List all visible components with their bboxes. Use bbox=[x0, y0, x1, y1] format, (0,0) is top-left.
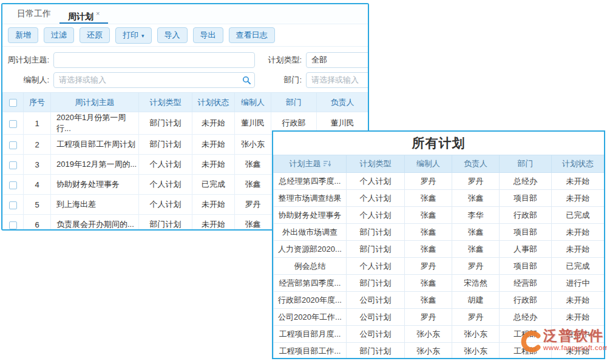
search-icon[interactable] bbox=[242, 76, 251, 84]
cell-owner: 张鑫 bbox=[452, 241, 500, 258]
cell-compiler: 张鑫 bbox=[405, 241, 452, 258]
cell-owner: 罗丹 bbox=[452, 309, 500, 326]
tab-weekly-plan[interactable]: 周计划× bbox=[59, 4, 108, 24]
cell-subject: 工程项目部月度... bbox=[274, 326, 347, 343]
cell-compiler: 张鑫 bbox=[405, 190, 452, 207]
cell-compiler[interactable]: 董川民 bbox=[235, 112, 271, 135]
cell-type: 部门计划 bbox=[139, 215, 192, 231]
cell-status: 未开始 bbox=[552, 343, 605, 360]
cell-status: 未开始 bbox=[552, 190, 605, 207]
cell-owner: 胡建 bbox=[452, 292, 500, 309]
panel-title: 所有计划 bbox=[273, 132, 604, 155]
row-checkbox[interactable] bbox=[9, 181, 17, 189]
col-header-subject[interactable]: 计划主题 bbox=[274, 155, 347, 173]
table-row[interactable]: 工程项目部月度...公司计划张小东张小东工程部进行中 bbox=[274, 326, 605, 343]
table-row[interactable]: 工程项目部工作...部门计划张小东张小东工程部未开始 bbox=[274, 343, 605, 360]
cell-type: 个人计划 bbox=[347, 173, 405, 190]
toolbar-button-label: 导出 bbox=[200, 30, 216, 39]
table-row[interactable]: 协助财务处理事务个人计划张鑫李华行政部已完成 bbox=[274, 207, 605, 224]
cell-subject[interactable]: 协助财务处理事务 bbox=[51, 175, 139, 195]
table-row[interactable]: 整理市场调查结果个人计划张鑫张鑫项目部未开始 bbox=[274, 190, 605, 207]
toolbar-button[interactable]: 导入 bbox=[157, 27, 188, 43]
cell-subject: 工程项目部工作... bbox=[274, 343, 347, 360]
cell-subject: 例会总结 bbox=[274, 258, 347, 275]
toolbar-button[interactable]: 打印▾ bbox=[115, 27, 152, 44]
table-row[interactable]: 行政部2020年度...公司计划张鑫胡建行政部未开始 bbox=[274, 292, 605, 309]
cell-status: 未开始 bbox=[552, 241, 605, 258]
cell-dept: 经营部 bbox=[500, 275, 552, 292]
cell-status: 未开始 bbox=[192, 195, 235, 215]
cell-dept: 工程部 bbox=[500, 343, 552, 360]
col-header-dept: 部门 bbox=[500, 155, 552, 173]
cell-status: 进行中 bbox=[552, 275, 605, 292]
cell-dept: 行政部 bbox=[500, 292, 552, 309]
cell-subject: 总经理第四季度... bbox=[274, 173, 347, 190]
cell-status: 已完成 bbox=[552, 207, 605, 224]
row-checkbox bbox=[3, 155, 24, 175]
cell-compiler[interactable]: 张鑫 bbox=[235, 175, 271, 195]
toolbar-button[interactable]: 导出 bbox=[193, 27, 223, 43]
cell-compiler[interactable]: 罗丹 bbox=[235, 195, 271, 215]
sort-icon[interactable] bbox=[324, 160, 331, 167]
col-header-owner: 负责人 bbox=[317, 93, 368, 112]
table-row[interactable]: 公司2020年工作...公司计划罗丹罗丹总经办未开始 bbox=[274, 309, 605, 326]
select-all-checkbox[interactable] bbox=[9, 99, 17, 107]
cell-owner: 罗丹 bbox=[452, 173, 500, 190]
toolbar: 新增过滤还原打印▾导入导出查看日志 bbox=[2, 24, 368, 47]
cell-type: 部门计划 bbox=[139, 135, 192, 155]
cell-compiler[interactable]: 张鑫 bbox=[235, 215, 271, 231]
row-checkbox[interactable] bbox=[9, 221, 17, 229]
cell-subject[interactable]: 2020年1月份第一周行... bbox=[51, 112, 139, 135]
table-row[interactable]: 人力资源部2020...部门计划张鑫张鑫人事部未开始 bbox=[274, 241, 605, 258]
row-checkbox[interactable] bbox=[9, 120, 17, 128]
table-row[interactable]: 总经理第四季度...个人计划罗丹罗丹总经办未开始 bbox=[274, 173, 605, 190]
cell-subject[interactable]: 到上海出差 bbox=[51, 195, 139, 215]
cell-subject: 行政部2020年度... bbox=[274, 292, 347, 309]
cell-status: 进行中 bbox=[552, 326, 605, 343]
row-checkbox[interactable] bbox=[9, 161, 17, 169]
toolbar-button[interactable]: 查看日志 bbox=[229, 27, 275, 43]
row-checkbox[interactable] bbox=[9, 201, 17, 209]
cell-dept: 工程部 bbox=[500, 326, 552, 343]
cell-dept: 总经办 bbox=[500, 173, 552, 190]
cell-compiler[interactable]: 张鑫 bbox=[235, 155, 271, 175]
col-header-status: 计划状态 bbox=[192, 93, 235, 112]
cell-subject: 协助财务处理事务 bbox=[274, 207, 347, 224]
tab-daily-work[interactable]: 日常工作 bbox=[8, 4, 59, 24]
toolbar-button[interactable]: 还原 bbox=[80, 27, 110, 43]
type-filter-label: 计划类型: bbox=[255, 55, 306, 66]
cell-status: 未开始 bbox=[192, 135, 235, 155]
cell-subject[interactable]: 工程项目部工作周计划 bbox=[51, 135, 139, 155]
cell-subject: 整理市场调查结果 bbox=[274, 190, 347, 207]
cell-owner: 张小东 bbox=[452, 326, 500, 343]
cell-type: 部门计划 bbox=[139, 112, 192, 135]
cell-status: 未开始 bbox=[192, 112, 235, 135]
table-row[interactable]: 例会总结个人计划罗丹罗丹项目部已完成 bbox=[274, 258, 605, 275]
toolbar-button-label: 查看日志 bbox=[236, 30, 268, 39]
toolbar-button[interactable]: 过滤 bbox=[44, 27, 74, 43]
cell-compiler[interactable]: 张小东 bbox=[235, 135, 271, 155]
cell-owner: 宋浩然 bbox=[452, 275, 500, 292]
cell-subject[interactable]: 2019年12月第一周的... bbox=[51, 155, 139, 175]
row-checkbox bbox=[3, 112, 24, 135]
toolbar-button[interactable]: 新增 bbox=[8, 27, 38, 43]
cell-owner: 李华 bbox=[452, 207, 500, 224]
cell-dept: 项目部 bbox=[500, 224, 552, 241]
cell-owner: 张鑫 bbox=[452, 224, 500, 241]
cell-type: 个人计划 bbox=[139, 195, 192, 215]
cell-subject[interactable]: 负责展会开办期间的... bbox=[51, 215, 139, 231]
cell-compiler: 张鑫 bbox=[405, 224, 452, 241]
cell-dept: 项目部 bbox=[500, 258, 552, 275]
tab-weekly-plan-label: 周计划 bbox=[68, 12, 93, 21]
table-row[interactable]: 经营部第四季度...部门计划张鑫宋浩然经营部进行中 bbox=[274, 275, 605, 292]
type-filter-value: 全部 bbox=[311, 55, 327, 64]
type-filter-select[interactable]: 全部 bbox=[306, 52, 369, 68]
cell-no: 2 bbox=[24, 135, 51, 155]
subject-filter-input[interactable] bbox=[53, 52, 255, 68]
compiler-filter-input[interactable] bbox=[53, 72, 255, 88]
table-row[interactable]: 外出做市场调查部门计划张鑫张鑫项目部未开始 bbox=[274, 224, 605, 241]
dept-filter-input[interactable] bbox=[306, 72, 369, 88]
row-checkbox[interactable] bbox=[9, 141, 17, 149]
toolbar-button-label: 打印 bbox=[123, 30, 138, 39]
tab-close-icon[interactable]: × bbox=[96, 10, 100, 17]
